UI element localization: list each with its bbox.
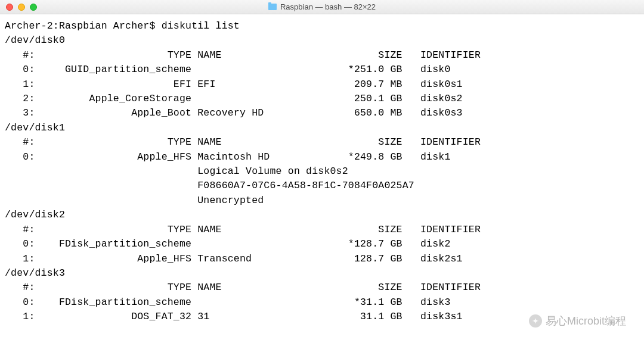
watermark-text: 易心Microbit编程	[546, 314, 626, 328]
terminal-output[interactable]: Archer-2:Raspbian Archer$ diskutil list …	[0, 14, 644, 325]
wechat-icon: ✦	[529, 314, 542, 328]
title-text: Raspbian — bash — 82×22	[280, 2, 376, 11]
traffic-lights	[0, 4, 37, 11]
window-titlebar: Raspbian — bash — 82×22	[0, 0, 644, 14]
watermark: ✦ 易心Microbit编程	[529, 314, 626, 328]
close-button[interactable]	[6, 4, 13, 11]
folder-icon	[268, 4, 277, 10]
minimize-button[interactable]	[18, 4, 25, 11]
maximize-button[interactable]	[30, 4, 37, 11]
window-title: Raspbian — bash — 82×22	[268, 2, 376, 11]
